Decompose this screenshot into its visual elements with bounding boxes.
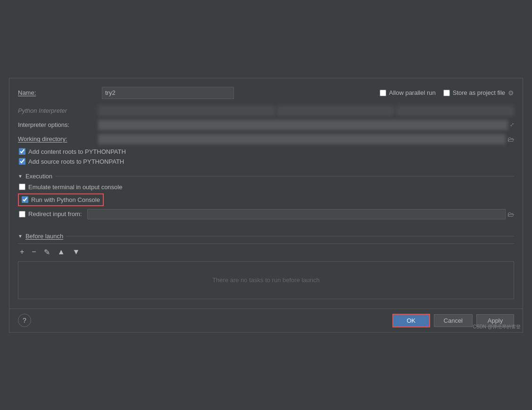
interpreter-sub-blurred: [277, 106, 395, 116]
name-right: Allow parallel run Store as project file…: [380, 89, 514, 97]
name-left: Name:: [18, 87, 234, 99]
add-source-roots-row: Add source roots to PYTHONPATH: [18, 158, 514, 165]
interpreter-options-input-container: ⤢: [98, 120, 514, 130]
allow-parallel-label: Allow parallel run: [389, 89, 436, 96]
working-directory-folder-icon[interactable]: 🗁: [507, 135, 514, 143]
dialog-footer: ? OK Cancel Apply: [9, 309, 523, 332]
store-project-label: Store as project file: [453, 89, 505, 96]
gear-icon[interactable]: ⚙: [508, 89, 514, 97]
interpreter-options-expand-icon[interactable]: ⤢: [510, 122, 514, 128]
before-launch-collapse-icon[interactable]: ▼: [18, 234, 23, 239]
move-up-task-button[interactable]: ▲: [56, 247, 67, 257]
before-launch-toolbar: + − ✎ ▲ ▼: [18, 243, 514, 260]
add-content-roots-label: Add content roots to PYTHONPATH: [28, 148, 126, 155]
name-row: Name: Allow parallel run Store as projec…: [18, 84, 514, 102]
store-project-container: Store as project file ⚙: [443, 89, 514, 97]
before-launch-section: ▼ Before launch + − ✎ ▲ ▼ There are no t…: [18, 228, 514, 299]
execution-section-divider: ▼ Execution: [18, 173, 514, 180]
redirect-input-row: Redirect input from: 🗁: [18, 209, 514, 219]
interpreter-options-label: Interpreter options:: [18, 121, 98, 128]
working-directory-label: Working directory:: [18, 135, 98, 142]
working-directory-input-container: 🗁: [98, 134, 514, 144]
before-launch-divider: ▼ Before launch: [18, 233, 514, 240]
no-tasks-area: There are no tasks to run before launch: [18, 261, 514, 299]
interpreter-label: Python Interpreter: [18, 107, 98, 114]
watermark: CSDN @弹伦琴的雷登: [473, 324, 521, 330]
name-label: Name:: [18, 89, 98, 96]
interpreter-content: [98, 106, 514, 116]
interpreter-main-blurred: [98, 106, 275, 116]
store-project-checkbox[interactable]: [443, 90, 450, 96]
run-with-python-console-label: Run with Python Console: [31, 196, 100, 203]
interpreter-options-row: Interpreter options: ⤢: [18, 120, 514, 130]
interpreter-row: Python Interpreter: [18, 106, 514, 116]
working-directory-row: Working directory: 🗁: [18, 134, 514, 144]
execution-section-line: [55, 176, 514, 176]
execution-section-title: Execution: [25, 173, 52, 180]
emulate-terminal-row: Emulate terminal in output console: [18, 184, 514, 191]
redirect-folder-icon[interactable]: 🗁: [507, 210, 514, 218]
allow-parallel-checkbox[interactable]: [380, 90, 386, 96]
execution-collapse-icon[interactable]: ▼: [18, 174, 23, 179]
move-down-task-button[interactable]: ▼: [71, 247, 82, 257]
redirect-input-container: 🗁: [87, 209, 514, 219]
cancel-button[interactable]: Cancel: [434, 314, 473, 327]
name-input[interactable]: [102, 87, 234, 99]
ok-button[interactable]: OK: [392, 314, 430, 327]
emulate-terminal-checkbox[interactable]: [19, 184, 25, 190]
redirect-input-blurred: [87, 209, 506, 219]
allow-parallel-container: Allow parallel run: [380, 89, 436, 96]
run-configuration-dialog: Name: Allow parallel run Store as projec…: [9, 78, 523, 333]
add-task-button[interactable]: +: [18, 247, 26, 257]
add-content-roots-checkbox[interactable]: [19, 148, 25, 155]
run-with-python-console-checkbox[interactable]: [22, 196, 28, 203]
redirect-input-label: Redirect input from:: [28, 210, 82, 218]
help-button[interactable]: ?: [18, 314, 31, 327]
add-source-roots-label: Add source roots to PYTHONPATH: [28, 158, 124, 165]
run-with-python-console-row: Run with Python Console: [18, 193, 104, 206]
working-directory-blurred: [98, 134, 506, 144]
before-launch-line: [66, 236, 514, 236]
before-launch-title: Before launch: [25, 233, 63, 240]
emulate-terminal-label: Emulate terminal in output console: [28, 184, 122, 191]
add-source-roots-checkbox[interactable]: [19, 158, 25, 165]
add-content-roots-row: Add content roots to PYTHONPATH: [18, 148, 514, 155]
no-tasks-label: There are no tasks to run before launch: [212, 276, 320, 284]
remove-task-button[interactable]: −: [30, 247, 38, 257]
edit-task-button[interactable]: ✎: [42, 247, 52, 258]
redirect-input-checkbox[interactable]: [19, 211, 25, 218]
interpreter-extra-blurred: [396, 106, 514, 116]
interpreter-options-blurred: [98, 120, 508, 130]
